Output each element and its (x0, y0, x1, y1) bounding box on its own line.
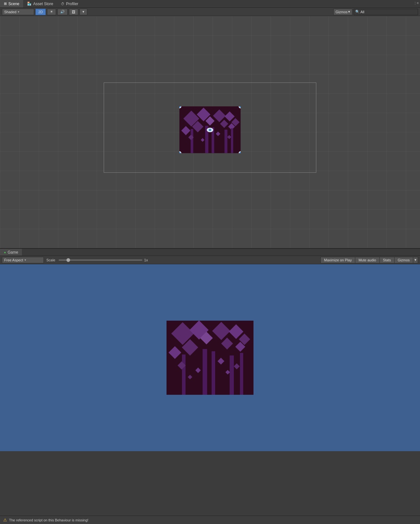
tab-profiler-label: Profiler (66, 2, 78, 6)
svg-rect-15 (231, 128, 233, 153)
profiler-icon: ⏱ (61, 2, 64, 6)
shading-mode-dropdown[interactable]: Shaded (2, 9, 34, 15)
svg-rect-38 (230, 355, 234, 395)
game-menu-button[interactable]: ▾ (413, 257, 418, 263)
svg-rect-35 (182, 354, 186, 395)
game-sprite (167, 321, 253, 395)
stats-label: Stats (383, 258, 391, 262)
aspect-label: Free Aspect (4, 258, 23, 262)
status-warning: ⚠ The referenced script on this Behaviou… (3, 518, 88, 522)
svg-rect-39 (240, 353, 243, 395)
mute-label: Mute audio (358, 258, 376, 262)
shading-mode-label: Shaded (4, 10, 16, 14)
camera-icon (206, 127, 214, 132)
svg-rect-11 (191, 129, 193, 153)
warning-text: The referenced script on this Behaviour … (9, 518, 88, 522)
chevron-down-icon: ▾ (82, 10, 84, 14)
aspect-dropdown[interactable]: Free Aspect (2, 257, 44, 263)
status-bar: ⚠ The referenced script on this Behaviou… (0, 516, 420, 524)
game-icon: ● (4, 250, 6, 254)
gizmos-label: Gizmos (336, 10, 348, 14)
scale-value: 1x (144, 258, 151, 262)
2d-button[interactable]: 2D (35, 9, 46, 15)
game-toolbar-right: Maximize on Play Mute audio Stats Gizmos… (320, 257, 418, 263)
search-container: 🔍 (354, 9, 418, 15)
effects-button[interactable]: 🖼 (69, 9, 78, 15)
gizmos-chevron-icon: ▾ (348, 10, 350, 14)
scale-container: Scale 1x (45, 258, 319, 262)
tab-asset-store[interactable]: 🏪 Asset Store (23, 0, 57, 7)
scene-sprite[interactable] (179, 106, 241, 153)
game-tab-bar: ● Game ⋮≡ (0, 248, 420, 256)
tab-game-label: Game (8, 250, 18, 255)
scene-toolbar: Shaded 2D ☀ 🔊 🖼 ▾ Gizmos ▾ 🔍 (0, 8, 420, 16)
tab-asset-store-label: Asset Store (33, 2, 53, 6)
game-toolbar: Free Aspect Scale 1x Maximize on Play Mu… (0, 256, 420, 264)
lighting-button[interactable]: ☀ (47, 9, 56, 15)
maximize-on-play-button[interactable]: Maximize on Play (320, 257, 355, 263)
gizmos-button[interactable]: Gizmos ▾ (333, 9, 352, 15)
more-button[interactable]: ▾ (80, 9, 87, 15)
game-view (0, 264, 420, 451)
gizmos-game-button[interactable]: Gizmos (394, 257, 413, 263)
speaker-icon: 🔊 (60, 10, 65, 14)
scene-view (0, 16, 420, 248)
game-tab-drag-handle: ⋮≡ (414, 1, 419, 5)
image-icon: 🖼 (72, 10, 75, 14)
warning-icon: ⚠ (3, 518, 7, 522)
scene-sprite-container[interactable] (179, 106, 241, 153)
asset-store-icon: 🏪 (27, 2, 32, 6)
stats-button[interactable]: Stats (379, 257, 394, 263)
gizmos-game-label: Gizmos (398, 258, 410, 262)
tab-scene[interactable]: ⊞ Scene (0, 0, 23, 7)
scale-label: Scale (45, 258, 57, 262)
scene-tab-bar: ⊞ Scene 🏪 Asset Store ⏱ Profiler ⋮≡ (0, 0, 420, 8)
scale-slider[interactable] (59, 259, 142, 261)
maximize-label: Maximize on Play (324, 258, 352, 262)
mute-audio-button[interactable]: Mute audio (355, 257, 379, 263)
audio-button[interactable]: 🔊 (57, 9, 68, 15)
svg-rect-37 (212, 351, 215, 395)
svg-point-23 (210, 129, 211, 130)
menu-icon: ▾ (415, 258, 416, 262)
tab-scene-label: Scene (8, 2, 19, 6)
svg-rect-36 (203, 349, 207, 395)
sun-icon: ☀ (50, 10, 53, 14)
svg-rect-14 (224, 130, 227, 153)
tab-profiler[interactable]: ⏱ Profiler (57, 0, 82, 7)
game-art (167, 321, 253, 395)
search-input[interactable] (354, 9, 418, 15)
handle-bottom-right[interactable] (239, 151, 241, 153)
tab-game[interactable]: ● Game (0, 249, 22, 256)
scene-icon: ⊞ (4, 2, 7, 6)
